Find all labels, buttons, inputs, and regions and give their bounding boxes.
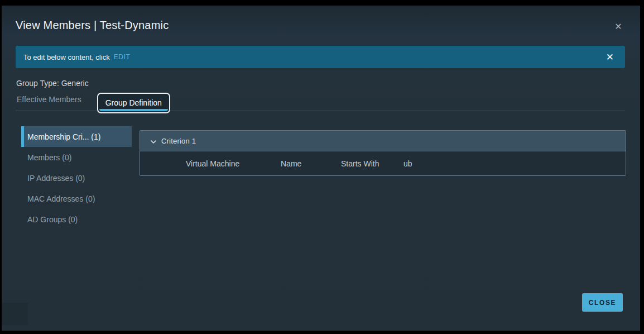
- criterion-title: Criterion 1: [161, 137, 196, 145]
- criterion-row: Virtual Machine Name Starts With ub: [140, 151, 626, 175]
- sidebar-item-ip-addresses[interactable]: IP Addresses (0): [21, 168, 132, 188]
- view-members-dialog: View Members | Test-Dynamic ✕ To edit be…: [2, 6, 640, 331]
- tab-bar: Effective Members Group Definition: [16, 90, 625, 111]
- membership-sidebar: Membership Cri... (1) Members (0) IP Add…: [21, 126, 132, 230]
- group-type-label: Group Type: Generic: [16, 79, 89, 88]
- dialog-close-icon[interactable]: ✕: [613, 21, 624, 32]
- criterion-header[interactable]: Criterion 1: [140, 131, 626, 151]
- criterion-operator: Starts With: [341, 159, 403, 168]
- criterion-resource-type: Virtual Machine: [186, 159, 281, 168]
- tab-group-definition[interactable]: Group Definition: [97, 93, 170, 113]
- criterion-value: ub: [403, 159, 412, 168]
- banner-close-icon[interactable]: ✕: [603, 51, 617, 63]
- dialog-title: View Members | Test-Dynamic: [16, 19, 169, 32]
- sidebar-item-mac-addresses[interactable]: MAC Addresses (0): [21, 188, 132, 209]
- criterion-property: Name: [281, 159, 341, 168]
- edit-info-banner: To edit below content, click EDIT ✕: [16, 46, 625, 68]
- corner-artifact: [2, 303, 28, 325]
- sidebar-item-ad-groups[interactable]: AD Groups (0): [21, 209, 132, 230]
- active-tab-underline: [99, 109, 168, 111]
- criterion-panel: Criterion 1 Virtual Machine Name Starts …: [140, 130, 626, 176]
- close-button[interactable]: CLOSE: [582, 293, 623, 312]
- banner-message: To edit below content, click: [23, 53, 110, 61]
- sidebar-item-members[interactable]: Members (0): [21, 147, 132, 168]
- edit-link[interactable]: EDIT: [114, 53, 131, 61]
- sidebar-item-membership-criteria[interactable]: Membership Cri... (1): [21, 126, 132, 147]
- chevron-down-icon: [150, 137, 157, 144]
- tab-effective-members[interactable]: Effective Members: [16, 95, 83, 111]
- screenshot-frame: View Members | Test-Dynamic ✕ To edit be…: [0, 0, 644, 334]
